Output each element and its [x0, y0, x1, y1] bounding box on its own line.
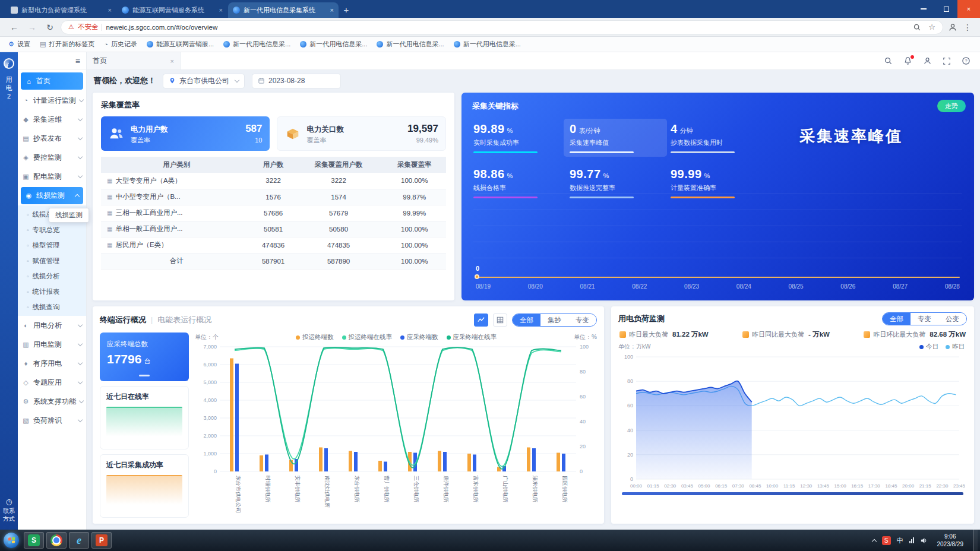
filter-special-transformer[interactable]: 专变: [911, 313, 938, 325]
legend-dot: [296, 335, 300, 340]
forward-button[interactable]: →: [25, 20, 39, 34]
bookmark-item[interactable]: 新一代用电信息采...: [377, 40, 444, 49]
table-cell: 474836: [252, 237, 295, 253]
profile-icon[interactable]: [947, 23, 959, 32]
filter-all[interactable]: 全部: [883, 313, 911, 325]
page-tab-home[interactable]: 首页 ×: [87, 52, 181, 69]
bookmark-item[interactable]: ▤打开新的标签页: [40, 40, 94, 49]
sidebar-subitem[interactable]: ▫线损查询: [18, 299, 86, 315]
sidebar-item[interactable]: ◆采集运维: [18, 110, 86, 129]
svg-text:6,000: 6,000: [203, 362, 217, 368]
security-label[interactable]: 不安全: [78, 23, 99, 31]
window-close-button[interactable]: ×: [957, 0, 980, 18]
sidebar-item[interactable]: ◈费控监测: [18, 148, 86, 167]
filter-public-transformer[interactable]: 公变: [938, 313, 966, 325]
sidebar-item[interactable]: ⚙系统支撑功能: [18, 392, 86, 411]
contact-button[interactable]: ◷ 联系方式: [2, 498, 15, 522]
input-method-icon[interactable]: S: [882, 536, 891, 545]
user-avatar-icon[interactable]: [923, 56, 932, 65]
sidebar-subitem[interactable]: ▫专职总览: [18, 222, 86, 238]
bookmark-item[interactable]: 能源互联网营销服...: [147, 40, 214, 49]
tab-meter-overview[interactable]: 电能表运行概况: [157, 315, 211, 325]
language-indicator-icon[interactable]: 中: [897, 536, 903, 545]
sidebar-subitem-label: 模型管理: [33, 241, 60, 250]
help-icon[interactable]: ?: [962, 56, 970, 65]
tray-chevron-up-icon[interactable]: [872, 538, 876, 543]
sidebar-subitem[interactable]: ▫模型管理: [18, 238, 86, 253]
sidebar-item[interactable]: ◉线损监测: [21, 187, 83, 204]
legend-item[interactable]: 应采终端数: [400, 333, 438, 341]
sidebar-item[interactable]: ▧负荷辨识: [18, 411, 86, 430]
wps-taskbar-icon[interactable]: S: [24, 532, 44, 549]
url-bar[interactable]: ⚠ 不安全 neweic.js.sgcc.com.cn/#/oc/overvie…: [61, 20, 943, 34]
ie-taskbar-icon[interactable]: e: [69, 532, 89, 549]
bookmark-item[interactable]: 新一代用电信息采...: [454, 40, 521, 49]
page-tab-close-icon[interactable]: ×: [170, 58, 174, 65]
refresh-button[interactable]: ↻: [43, 20, 57, 34]
unit-right-label: 单位：%: [574, 333, 597, 341]
sidebar-item[interactable]: ▤抄表发布: [18, 129, 86, 148]
sidebar-subitem[interactable]: ▫赋值管理: [18, 253, 86, 268]
legend-item[interactable]: 投运终端数: [296, 333, 334, 341]
svg-text:12:30: 12:30: [800, 483, 813, 489]
network-icon[interactable]: [909, 537, 914, 543]
trend-button[interactable]: 走势: [937, 100, 966, 112]
date-picker[interactable]: 2023-08-28: [252, 74, 341, 88]
volume-icon[interactable]: [920, 537, 928, 544]
legend-item[interactable]: 投运终端在线率: [342, 333, 393, 341]
bookmark-item[interactable]: 新一代用电信息采...: [300, 40, 367, 49]
sidebar-item[interactable]: ▥用电监测: [18, 335, 86, 354]
gateway-card: 电力关口数 19,597 覆盖率 99.49%: [277, 116, 447, 151]
sidebar-item[interactable]: ▣配电监测: [18, 167, 86, 186]
tab-close-icon[interactable]: ×: [108, 7, 112, 14]
tab-close-icon[interactable]: ×: [219, 7, 223, 14]
tab-close-icon[interactable]: ×: [330, 7, 334, 14]
sidebar-item[interactable]: ◐用电分析: [18, 316, 86, 335]
legend-item[interactable]: 昨日: [946, 343, 965, 351]
org-select[interactable]: 东台市供电公司: [163, 74, 245, 88]
window-minimize-button[interactable]: [912, 0, 935, 18]
bookmark-item[interactable]: ⚙设置: [8, 40, 30, 49]
bookmark-item[interactable]: 新一代用电信息采...: [223, 40, 290, 49]
sidebar-subitem[interactable]: ▫统计报表: [18, 284, 86, 299]
sidebar-item[interactable]: ◇专题应用: [18, 373, 86, 392]
sidebar-subitem[interactable]: ▫线损分析: [18, 268, 86, 284]
chart-datazoom-slider[interactable]: [622, 492, 963, 495]
window-maximize-button[interactable]: [935, 0, 957, 18]
notification-bell-icon[interactable]: [903, 56, 912, 65]
browser-tab-active[interactable]: 新一代用电信息采集系统 ×: [228, 2, 339, 18]
filter-all[interactable]: 全部: [513, 314, 540, 326]
browser-tab[interactable]: 能源互联网营销服务系统 ×: [117, 2, 227, 18]
legend-item[interactable]: 应采终端在线率: [447, 333, 497, 341]
sidebar-item[interactable]: ⌂首页: [21, 72, 83, 90]
taskbar-clock[interactable]: 9:06 2023/8/29: [934, 533, 968, 549]
notification-dot: [911, 55, 914, 59]
zoom-icon[interactable]: [913, 23, 921, 31]
browser-tab[interactable]: 新型电力负荷管理系统 ×: [6, 2, 116, 18]
svg-text:5,000: 5,000: [203, 379, 217, 385]
filter-centralized[interactable]: 集抄: [540, 314, 568, 326]
bookmark-item[interactable]: ◔历史记录: [104, 40, 137, 49]
show-desktop-button[interactable]: [973, 530, 978, 551]
collapse-menu-icon[interactable]: ≡: [75, 56, 80, 66]
powerpoint-taskbar-icon[interactable]: P: [91, 532, 112, 549]
chart-view-button[interactable]: [474, 314, 488, 327]
table-view-button[interactable]: [493, 314, 507, 327]
star-icon[interactable]: ☆: [928, 23, 935, 31]
legend-item[interactable]: 今日: [919, 343, 938, 351]
tab-title: 新型电力负荷管理系统: [21, 6, 105, 15]
start-button[interactable]: [4, 533, 19, 548]
back-button[interactable]: ←: [7, 20, 21, 34]
browser-menu-icon[interactable]: ⋮: [962, 23, 973, 32]
new-tab-button[interactable]: +: [339, 2, 353, 17]
sidebar-item[interactable]: ♦有序用电: [18, 354, 86, 373]
search-icon[interactable]: [884, 56, 893, 65]
bookmarks-bar: ⚙设置▤打开新的标签页◔历史记录能源互联网营销服...新一代用电信息采...新一…: [0, 37, 980, 52]
chrome-taskbar-icon[interactable]: [46, 532, 67, 549]
sidebar-item[interactable]: ◔计量运行监测: [18, 91, 86, 110]
filter-dedicated[interactable]: 专变: [568, 314, 596, 326]
card-pager-dash[interactable]: [139, 375, 150, 376]
tab-terminal-overview[interactable]: 终端运行概况: [100, 315, 146, 325]
fullscreen-icon[interactable]: [943, 57, 951, 65]
timeline-point[interactable]: [475, 274, 479, 279]
